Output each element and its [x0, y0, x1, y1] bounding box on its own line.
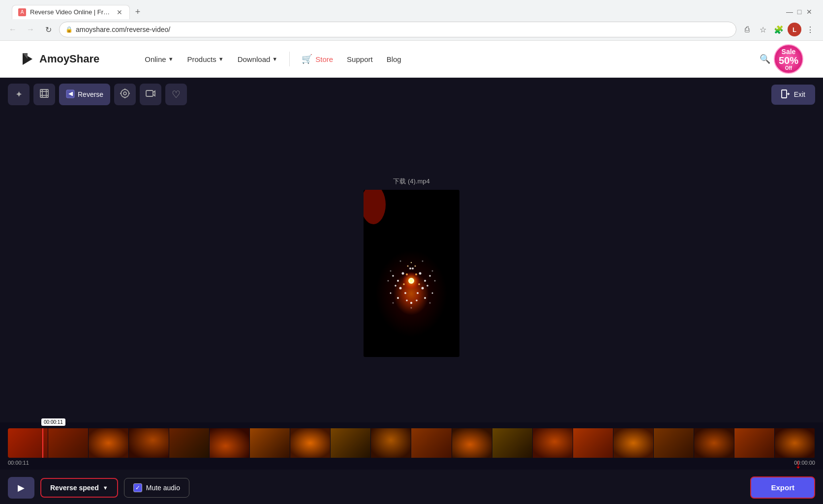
magic-icon: ✦	[15, 89, 23, 100]
heart-tool-button[interactable]: ♡	[165, 84, 187, 105]
nav-online[interactable]: Online ▼	[139, 51, 179, 67]
tab-close-button[interactable]: ✕	[116, 8, 123, 16]
play-button[interactable]: ▶	[8, 477, 34, 499]
svg-rect-18	[782, 90, 787, 98]
nav-download[interactable]: Download ▼	[232, 51, 284, 67]
menu-button[interactable]: ⋮	[803, 23, 817, 36]
svg-rect-2	[40, 89, 48, 97]
bookmark-button[interactable]: ☆	[756, 23, 770, 36]
svg-point-40	[390, 292, 392, 294]
svg-point-49	[390, 270, 392, 271]
reverse-tool-button[interactable]: Reverse	[59, 84, 110, 105]
timeline-frame	[533, 428, 573, 458]
sale-badge[interactable]: Sale 50% Off	[774, 44, 803, 74]
timeline-frame	[452, 428, 492, 458]
svg-point-42	[397, 297, 399, 299]
browser-tab[interactable]: A Reverse Video Online | Free Vide ✕	[12, 5, 130, 19]
exit-label: Exit	[794, 90, 805, 98]
svg-point-41	[432, 292, 433, 294]
svg-point-48	[434, 280, 436, 281]
exit-button[interactable]: Exit	[771, 85, 815, 105]
minimize-button[interactable]: —	[786, 8, 793, 16]
svg-point-59	[418, 283, 420, 285]
reverse-speed-button[interactable]: Reverse speed ▼	[40, 478, 118, 498]
svg-marker-17	[153, 91, 155, 96]
address-bar[interactable]: 🔒 amoyshare.com/reverse-video/	[59, 22, 736, 37]
timeline-footer: 00:00:11 00:00:00	[8, 460, 815, 466]
mute-label: Mute audio	[146, 484, 180, 492]
timeline-frame	[48, 428, 89, 458]
back-button[interactable]: ←	[6, 23, 20, 36]
timeline-strip[interactable]	[8, 428, 815, 458]
timeline-frame	[734, 428, 775, 458]
record-tool-button[interactable]	[140, 84, 161, 105]
timeline: 00:00:11	[0, 422, 823, 470]
bottom-controls: ▶ Reverse speed ▼ ✓ Mute audio Export	[0, 470, 823, 504]
address-text: amoyshare.com/reverse-video/	[76, 26, 730, 33]
search-button[interactable]: 🔍	[756, 50, 774, 68]
nav-products[interactable]: Products ▼	[182, 51, 230, 67]
nav-store[interactable]: 🛒 Store	[296, 50, 339, 68]
svg-point-54	[429, 302, 431, 303]
timeline-frame	[613, 428, 654, 458]
svg-point-25	[410, 279, 413, 282]
new-tab-button[interactable]: +	[131, 5, 145, 19]
timeline-start-label: 00:00:11	[8, 460, 29, 466]
svg-point-39	[427, 285, 428, 287]
export-label: Export	[771, 483, 794, 492]
svg-marker-20	[788, 92, 790, 95]
profile-button[interactable]: L	[788, 23, 801, 36]
svg-point-35	[412, 267, 414, 269]
nav-support[interactable]: Support	[341, 51, 379, 67]
timeline-frame	[654, 428, 694, 458]
svg-point-55	[411, 307, 412, 308]
svg-point-61	[415, 265, 416, 267]
svg-point-58	[403, 283, 405, 285]
svg-point-32	[404, 292, 406, 294]
logo[interactable]: AmoyShare	[20, 51, 99, 67]
editor: ✦ Reverse	[0, 78, 823, 504]
svg-point-28	[397, 280, 399, 282]
nav-blog[interactable]: Blog	[381, 51, 407, 67]
close-button[interactable]: ✕	[805, 8, 813, 16]
website-navbar: AmoyShare Online ▼ Products ▼ Download ▼…	[0, 41, 823, 78]
svg-point-37	[429, 275, 431, 277]
maximize-button[interactable]: □	[795, 8, 803, 16]
forward-button[interactable]: →	[24, 23, 37, 36]
extensions-button[interactable]: 🧩	[772, 23, 786, 36]
svg-point-44	[406, 299, 408, 301]
timeline-frame	[210, 428, 250, 458]
chevron-down-icon: ▼	[168, 56, 174, 62]
svg-rect-16	[146, 90, 153, 96]
tab-favicon: A	[18, 8, 26, 16]
svg-point-43	[424, 297, 426, 299]
share-button[interactable]: ⎙	[740, 23, 754, 36]
screenshot-tool-button[interactable]	[114, 84, 136, 105]
mute-button[interactable]: ✓ Mute audio	[124, 478, 189, 498]
crop-icon	[39, 88, 50, 101]
svg-point-57	[415, 273, 417, 275]
crop-tool-button[interactable]	[33, 84, 55, 105]
reverse-play-icon	[66, 89, 75, 100]
cart-icon: 🛒	[302, 54, 312, 64]
timeline-frame	[129, 428, 169, 458]
heart-icon: ♡	[172, 89, 181, 100]
svg-point-51	[400, 260, 401, 262]
mute-checkbox: ✓	[133, 483, 142, 492]
export-button[interactable]: Export	[750, 476, 815, 499]
magic-tool-button[interactable]: ✦	[8, 84, 30, 105]
timeline-frame	[694, 428, 734, 458]
svg-point-26	[402, 272, 404, 274]
svg-point-46	[410, 301, 412, 303]
svg-point-56	[406, 273, 408, 275]
timeline-frame	[411, 428, 452, 458]
svg-point-62	[411, 262, 412, 263]
svg-point-60	[407, 265, 409, 267]
svg-point-27	[419, 272, 422, 274]
sale-text: Sale	[782, 48, 796, 56]
svg-point-30	[399, 287, 402, 289]
timeline-end-arrow: ↓	[795, 456, 801, 472]
sale-percent: 50%	[779, 56, 798, 65]
video-frame-svg	[364, 190, 459, 357]
reload-button[interactable]: ↻	[41, 23, 55, 36]
